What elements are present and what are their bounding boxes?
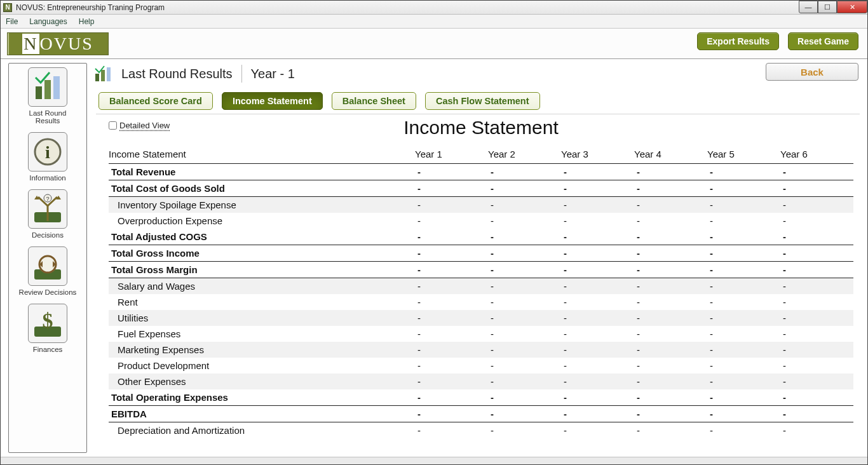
table-row: Overproduction Expense------ [109,213,853,229]
reset-game-button[interactable]: Reset Game [788,32,858,50]
export-results-button[interactable]: Export Results [697,32,779,50]
income-statement-table: Income Statement Year 1 Year 2 Year 3 Ye… [109,145,853,438]
cell-value: - [415,406,488,422]
cell-value: - [561,310,634,326]
cell-value: - [415,180,488,197]
table-row: Total Cost of Goods Sold------ [109,180,853,197]
tab-balance-sheet[interactable]: Balance Sheet [332,92,416,110]
cell-value: - [707,310,780,326]
cell-value: - [634,294,707,310]
cell-value: - [780,262,853,278]
tab-cash-flow-statement[interactable]: Cash Flow Statement [425,92,540,110]
cell-value: - [780,229,853,245]
cell-value: - [415,374,488,389]
row-label: Total Cost of Goods Sold [109,180,415,197]
cell-value: - [488,389,561,406]
cell-value: - [415,342,488,358]
window-maximize-button[interactable]: ☐ [818,1,837,13]
sidebar-item-label: Finances [33,346,63,353]
cell-value: - [561,374,634,389]
window-close-button[interactable]: ✕ [837,1,867,13]
table-row: Other Expenses------ [109,374,853,389]
menu-languages[interactable]: Languages [29,17,67,26]
back-button[interactable]: Back [766,63,858,81]
sidebar-item-last-round-results[interactable]: Last Round Results [16,67,79,125]
cell-value: - [415,213,488,229]
svg-text:?: ? [46,196,49,202]
window-title: NOVUS: Entrepreneurship Traning Program [16,3,165,12]
decisions-fork-icon: ? [28,189,67,229]
window-minimize-button[interactable]: — [799,1,818,13]
svg-rect-20 [101,70,105,81]
cell-value: - [561,197,634,213]
table-header-year2: Year 2 [488,145,561,164]
cell-value: - [561,389,634,406]
cell-value: - [561,245,634,262]
row-label: Utilities [109,310,415,326]
table-header-year6: Year 6 [780,145,853,164]
cell-value: - [634,406,707,422]
sidebar-item-information[interactable]: i Information [16,132,79,182]
report-scroll-area[interactable]: Detailed View Income Statement Income St… [96,114,860,442]
row-label: Total Gross Income [109,245,415,262]
row-label: Rent [109,294,415,310]
cell-value: - [634,374,707,389]
row-label: Total Gross Margin [109,262,415,278]
tab-income-statement[interactable]: Income Statement [222,92,323,110]
cell-value: - [780,389,853,406]
table-row: Total Gross Margin------ [109,262,853,278]
cell-value: - [488,164,561,180]
cell-value: - [707,358,780,374]
svg-text:$: $ [43,309,53,332]
svg-text:i: i [45,142,50,162]
cell-value: - [561,262,634,278]
cell-value: - [780,245,853,262]
cell-value: - [707,374,780,389]
cell-value: - [634,262,707,278]
cell-value: - [707,422,780,439]
sidebar-item-label: Last Round Results [29,109,67,125]
cell-value: - [488,294,561,310]
cell-value: - [488,262,561,278]
cell-value: - [415,278,488,295]
row-label: Total Revenue [109,164,415,180]
menu-help[interactable]: Help [79,17,95,26]
cell-value: - [488,422,561,439]
cell-value: - [488,180,561,197]
app-favicon: N [3,3,12,12]
sidebar-item-review-decisions[interactable]: Review Decisions [16,246,79,296]
cell-value: - [634,278,707,295]
cell-value: - [415,164,488,180]
cell-value: - [707,262,780,278]
table-header-year5: Year 5 [707,145,780,164]
table-row: Total Operating Expenses------ [109,389,853,406]
table-row: Product Development------ [109,358,853,374]
tab-balanced-score-card[interactable]: Balanced Score Card [98,92,213,110]
cell-value: - [707,245,780,262]
table-row: EBITDA------ [109,406,853,422]
info-icon: i [28,132,67,172]
cell-value: - [488,358,561,374]
cell-value: - [488,229,561,245]
cell-value: - [707,342,780,358]
cell-value: - [707,294,780,310]
menu-file[interactable]: File [6,17,18,26]
app-logo: NOVUS [7,32,109,55]
row-label: Total Operating Expenses [109,389,415,406]
cell-value: - [780,197,853,213]
table-row: Marketing Expenses------ [109,342,853,358]
top-band: NOVUS Export Results Reset Game [1,29,867,59]
cell-value: - [415,310,488,326]
cell-value: - [488,213,561,229]
status-bar [1,457,867,464]
table-row: Depreciation and Amortization------ [109,422,853,439]
sidebar-item-decisions[interactable]: ? Decisions [16,189,79,239]
cell-value: - [780,422,853,439]
row-label: Inventory Spoilage Expense [109,197,415,213]
row-label: EBITDA [109,406,415,422]
svg-rect-21 [107,67,111,81]
cell-value: - [415,229,488,245]
cell-value: - [780,406,853,422]
sidebar-item-finances[interactable]: $ Finances [16,304,79,353]
cell-value: - [707,213,780,229]
